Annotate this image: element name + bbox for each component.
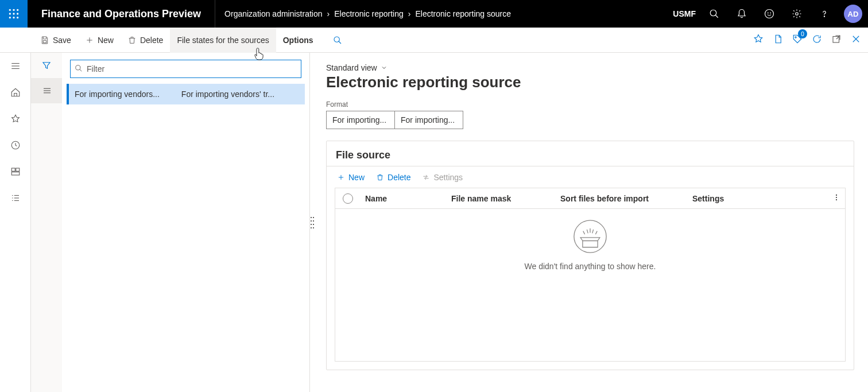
close-button[interactable] [851, 34, 861, 46]
breadcrumb-item[interactable]: Electronic reporting [334, 9, 404, 18]
list-item-col2: For importing vendors' tr... [178, 90, 299, 99]
breadcrumb-item[interactable]: Electronic reporting source [415, 9, 511, 18]
svg-rect-47 [311, 224, 312, 225]
copilot-button[interactable] [753, 34, 764, 46]
filter-view-button[interactable] [31, 53, 62, 78]
app-title: Finance and Operations Preview [28, 0, 215, 28]
svg-rect-29 [11, 168, 15, 171]
attachment-button[interactable] [773, 34, 783, 46]
svg-line-42 [80, 69, 82, 72]
search-button[interactable] [700, 0, 728, 28]
svg-point-0 [9, 9, 11, 11]
action-search[interactable] [325, 36, 350, 45]
file-source-title: File source [327, 141, 854, 166]
svg-point-13 [770, 13, 771, 13]
settings-button[interactable] [783, 0, 811, 28]
view-rail [31, 53, 62, 392]
favorites-button[interactable] [0, 106, 31, 132]
view-selector[interactable]: Standard view [326, 63, 854, 72]
svg-rect-16 [43, 40, 46, 42]
svg-point-12 [768, 13, 768, 13]
top-bar: Finance and Operations Preview Organizat… [0, 0, 868, 28]
refresh-button[interactable] [812, 34, 822, 46]
plus-icon [85, 36, 94, 45]
home-button[interactable] [0, 79, 31, 106]
col-mask[interactable]: File name mask [447, 194, 556, 203]
col-name[interactable]: Name [361, 194, 447, 203]
svg-point-6 [9, 17, 11, 18]
fs-new-button[interactable]: New [331, 166, 370, 188]
svg-rect-44 [313, 217, 314, 218]
svg-rect-46 [313, 220, 314, 222]
page-icon [773, 34, 783, 44]
format-field: For importing... For importing... [326, 111, 854, 129]
file-states-label: File states for the sources [177, 36, 269, 45]
format-selector-1[interactable]: For importing... [326, 111, 395, 129]
svg-point-5 [17, 13, 18, 14]
list-view-button[interactable] [31, 78, 62, 103]
recent-button[interactable] [0, 132, 31, 158]
fs-settings-label: Settings [433, 173, 463, 182]
new-button[interactable]: New [78, 28, 121, 53]
save-icon [40, 36, 49, 45]
svg-point-53 [836, 195, 837, 196]
circle-icon [343, 193, 353, 204]
svg-rect-50 [313, 227, 314, 228]
fs-delete-button[interactable]: Delete [370, 166, 416, 188]
workspace-icon [10, 166, 21, 177]
save-button[interactable]: Save [33, 28, 78, 53]
hamburger-icon [10, 61, 21, 71]
breadcrumb-item[interactable]: Organization administration [224, 9, 322, 18]
home-icon [10, 87, 21, 98]
svg-point-41 [76, 65, 80, 70]
filter-input[interactable] [70, 60, 301, 78]
workspaces-button[interactable] [0, 158, 31, 185]
fs-new-label: New [348, 173, 365, 182]
new-label: New [98, 36, 114, 45]
filter-icon [41, 60, 52, 71]
delete-button[interactable]: Delete [121, 28, 170, 53]
grid-header: Name File name mask Sort files before im… [335, 188, 845, 209]
svg-point-1 [13, 9, 14, 11]
list-item-selected[interactable]: For importing vendors... For importing v… [67, 84, 305, 104]
format-selector-2[interactable]: For importing... [394, 111, 463, 129]
svg-rect-49 [311, 227, 312, 228]
content-area: For importing vendors... For importing v… [0, 53, 868, 392]
legal-entity[interactable]: USMF [673, 9, 696, 18]
file-states-button[interactable]: File states for the sources [170, 28, 276, 53]
help-button[interactable] [811, 0, 838, 28]
chevron-right-icon: › [408, 9, 411, 18]
grid-empty: We didn't find anything to show here. [335, 209, 845, 361]
nav-rail [0, 53, 31, 392]
trash-icon [127, 36, 137, 45]
hamburger-button[interactable] [0, 53, 31, 79]
select-all[interactable] [335, 193, 361, 204]
svg-point-3 [9, 13, 11, 14]
svg-line-10 [715, 15, 718, 18]
feedback-button[interactable] [755, 0, 783, 28]
search-icon [75, 64, 83, 72]
close-icon [851, 34, 861, 44]
gear-icon [792, 9, 802, 19]
col-sort[interactable]: Sort files before import [556, 194, 688, 203]
popout-icon [831, 34, 842, 44]
messages-button[interactable]: 0 [792, 34, 803, 46]
detail-pane: Standard view Electronic reporting sourc… [315, 53, 868, 392]
popout-button[interactable] [831, 34, 842, 46]
splitter-handle[interactable] [310, 53, 315, 392]
filter-box [70, 60, 301, 78]
grid-more-button[interactable] [832, 193, 840, 203]
fs-delete-label: Delete [388, 173, 410, 182]
clock-icon [10, 140, 21, 150]
app-launcher[interactable] [0, 0, 28, 28]
more-vert-icon [832, 193, 840, 201]
options-button[interactable]: Options [276, 28, 320, 53]
notifications-button[interactable] [728, 0, 755, 28]
view-label: Standard view [326, 63, 377, 72]
svg-point-19 [334, 37, 339, 42]
user-avatar[interactable]: AD [844, 5, 862, 23]
svg-point-15 [824, 16, 824, 17]
modules-button[interactable] [0, 185, 31, 211]
col-settings[interactable]: Settings [688, 194, 845, 203]
svg-point-8 [17, 17, 18, 18]
